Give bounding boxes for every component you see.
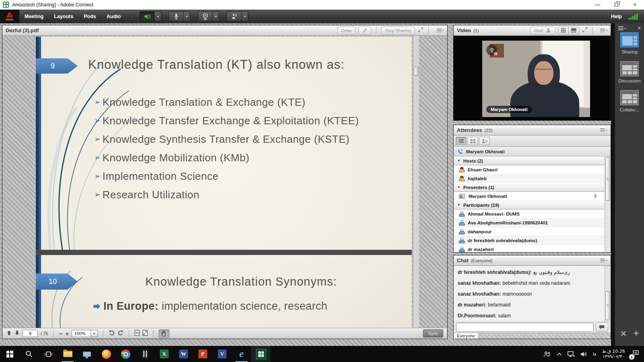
webcam-dropdown[interactable]: ▼ xyxy=(213,11,219,22)
show-hidden-icons-chevron[interactable] xyxy=(557,352,562,356)
attendees-scrollbar-thumb[interactable] xyxy=(605,157,610,201)
zoom-out-button[interactable]: − xyxy=(59,331,62,337)
fit-width-button[interactable] xyxy=(134,330,140,337)
layout-thumbnail-sharing[interactable] xyxy=(620,32,639,47)
webcam-button[interactable] xyxy=(198,11,213,22)
pen-tool-button[interactable] xyxy=(358,27,371,35)
attendees-scrollbar[interactable] xyxy=(605,156,610,252)
layout-item-collaboration[interactable]: Collabo... xyxy=(620,90,640,112)
network-icon[interactable] xyxy=(568,351,575,357)
sync-button[interactable]: Sync xyxy=(423,329,443,337)
webcam-paused-icon[interactable] xyxy=(486,45,497,56)
attendee-section-presenters[interactable]: ▼Presenters (1) xyxy=(454,183,611,192)
start-webcam-button[interactable]: Start xyxy=(530,27,555,35)
collapse-caret-icon: ▼ xyxy=(457,185,460,189)
attendee-row[interactable]: dr fereshteh sohrabivafa(dums) xyxy=(454,236,611,245)
add-layout-button[interactable]: + xyxy=(634,328,639,339)
taskbar-search-button[interactable] xyxy=(19,346,39,362)
adobe-connect-taskbar-button[interactable] xyxy=(251,346,270,362)
this-pc-button[interactable] xyxy=(77,346,97,362)
volume-icon[interactable] xyxy=(580,351,587,357)
chat-scrollbar[interactable] xyxy=(605,266,610,321)
raise-hand-dropdown[interactable]: ▼ xyxy=(242,11,248,22)
language-indicator[interactable]: فا xyxy=(593,352,597,357)
close-layouts-button[interactable]: ✕ xyxy=(620,329,627,338)
visio-button[interactable]: V xyxy=(213,346,232,362)
menu-pods[interactable]: Pods xyxy=(78,10,101,23)
attendees-pod-menu-icon[interactable]: ▾ xyxy=(600,128,607,132)
attendee-status-view-button[interactable] xyxy=(479,137,490,145)
task-view-button[interactable] xyxy=(39,346,58,362)
attendee-row[interactable]: Ava AbolghsemRoshani-1990620401 xyxy=(454,218,611,227)
microphone-dropdown[interactable]: ▼ xyxy=(184,11,190,22)
chat-send-button[interactable] xyxy=(596,323,608,332)
chat-scrollbar-thumb[interactable] xyxy=(605,291,610,320)
layouts-menu-icon[interactable]: ▾ xyxy=(618,26,626,30)
chat-tab-everyone[interactable]: Everyone xyxy=(454,333,479,339)
attendee-row[interactable]: dr mazaheri xyxy=(454,245,611,252)
zoom-in-button[interactable]: + xyxy=(65,331,69,337)
fullscreen-icon[interactable] xyxy=(418,27,423,34)
menu-layouts[interactable]: Layouts xyxy=(49,10,78,23)
attendee-section-hosts[interactable]: ▼Hosts (2) xyxy=(454,156,611,165)
menu-audio[interactable]: Audio xyxy=(101,10,126,23)
attendee-list-view-button[interactable] xyxy=(456,137,466,145)
zoom-dropdown-icon[interactable]: ▼ xyxy=(91,330,98,337)
attendee-section-participants[interactable]: ▼Participants (19) xyxy=(454,201,611,210)
people-icon[interactable] xyxy=(543,351,551,357)
chat-pod-menu-icon[interactable]: ▾ xyxy=(600,259,607,262)
file-explorer-button[interactable] xyxy=(58,346,77,362)
attendee-row[interactable]: Ahmad Moosavi- DUMS xyxy=(454,210,611,218)
grid-view-button[interactable] xyxy=(558,27,569,35)
minimize-button[interactable]: — xyxy=(588,0,607,9)
rotate-right-button[interactable] xyxy=(118,330,124,337)
rotate-left-button[interactable] xyxy=(109,330,115,337)
layout-item-sharing[interactable]: Sharing xyxy=(620,32,639,54)
hand-tool-button[interactable] xyxy=(159,329,169,338)
app-button[interactable] xyxy=(135,346,155,362)
powerpoint-button[interactable]: P xyxy=(193,346,213,362)
pdf-scrollbar-thumb[interactable] xyxy=(414,67,419,76)
restore-button[interactable] xyxy=(607,0,625,9)
attendee-row[interactable]: Ehsan Ghasri xyxy=(454,165,611,174)
page-up-button[interactable] xyxy=(6,330,12,337)
menu-meeting[interactable]: Meeting xyxy=(19,10,49,23)
speaker-dropdown[interactable]: ▼ xyxy=(155,11,161,22)
active-speaker-row[interactable]: Maryam Okhovati xyxy=(454,147,611,156)
connection-signal-icon[interactable] xyxy=(628,14,638,20)
start-button[interactable] xyxy=(0,346,19,362)
taskbar-clock[interactable]: 10:26 ق.ظ ۱۳۹۹/۰۷/۳۰ xyxy=(602,349,625,359)
layout-item-discussion[interactable]: Discussion xyxy=(618,61,641,83)
attendee-row[interactable]: hajitaleb xyxy=(454,174,611,183)
stop-sharing-button[interactable]: Stop Sharing xyxy=(381,27,415,35)
chrome-button[interactable] xyxy=(116,346,135,362)
zoom-select[interactable]: 100% ▼ xyxy=(72,330,98,337)
layout-thumbnail-collaboration[interactable] xyxy=(620,90,639,105)
page-number-input[interactable] xyxy=(23,330,38,337)
attendee-row[interactable]: Maryam Okhovati xyxy=(454,192,611,201)
page-down-button[interactable] xyxy=(14,330,20,337)
layout-thumbnail-discussion[interactable] xyxy=(620,61,639,76)
raise-hand-button[interactable] xyxy=(227,11,242,22)
draw-button[interactable]: Draw xyxy=(337,27,356,35)
breakout-view-button[interactable] xyxy=(467,137,478,145)
firefox-button[interactable] xyxy=(97,346,116,362)
layouts-close-icon[interactable]: × xyxy=(638,26,641,30)
word-button[interactable]: W xyxy=(174,346,193,362)
excel-button[interactable]: X xyxy=(155,346,174,362)
fit-page-button[interactable] xyxy=(142,330,148,337)
pdf-scrollbar[interactable] xyxy=(413,36,419,328)
action-center-button[interactable]: 1 xyxy=(632,350,639,358)
speaker-button[interactable] xyxy=(140,11,155,22)
filmstrip-view-button[interactable] xyxy=(569,27,580,35)
share-pod-menu-icon[interactable]: ▾ xyxy=(437,29,444,32)
microphone-button[interactable] xyxy=(169,11,184,22)
video-pod-menu-icon[interactable]: ▾ xyxy=(600,29,607,32)
help-menu[interactable]: Help xyxy=(611,14,622,19)
close-button[interactable]: × xyxy=(625,0,644,9)
adobe-menu-button[interactable]: Adobe xyxy=(0,10,19,23)
internet-explorer-button[interactable]: e xyxy=(232,346,251,362)
video-fullscreen-icon[interactable] xyxy=(582,27,588,34)
chat-input[interactable] xyxy=(456,323,594,332)
attendee-row[interactable]: dahanpour xyxy=(454,227,611,236)
